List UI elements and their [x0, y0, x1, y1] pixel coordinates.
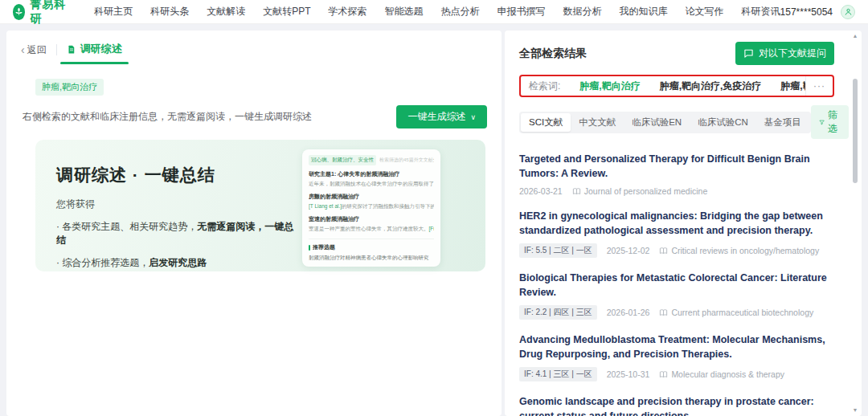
preview-topic1-title: 研究主题1: 心律失常的射频消融治疗	[309, 170, 434, 178]
nav-item-literature-reading[interactable]: 文献解读	[207, 5, 245, 18]
journal-icon	[659, 370, 668, 379]
tab-survey-label: 调研综述	[80, 42, 122, 56]
paper-journal-name: Journal of personalized medicine	[584, 186, 708, 196]
if-badge: IF: 2.2 | 四区 | 三区	[519, 305, 597, 320]
topbar-right: 157****5054	[780, 5, 855, 19]
paper-item: Biological Therapies for Metastatic Colo…	[519, 271, 834, 320]
search-term-active[interactable]: 肿瘤,靶向治疗	[579, 80, 640, 93]
tab-chinese-literature[interactable]: 中文文献	[571, 113, 624, 132]
paper-meta: IF: 2.2 | 四区 | 三区 2026-01-26 Current pha…	[519, 305, 834, 320]
paper-item: Genomic landscape and precision therapy …	[519, 395, 834, 416]
paper-meta: 2026-03-21 Journal of personalized medic…	[519, 186, 834, 196]
paper-journal: Current pharmaceutical biotechnology	[659, 308, 813, 317]
keyword-tag: 肿瘤,靶向治疗	[35, 79, 104, 96]
hint-text: 右侧检索的文献和临床注册信息，无需逐篇阅读，一键生成调研综述	[23, 110, 312, 124]
promo-bullet-2-bold: 启发研究思路	[149, 257, 207, 268]
paper-item: HER2 in gynecological malignancies: Brid…	[519, 210, 834, 258]
search-term-drug-resistance[interactable]: 肿瘤,靶向治疗,耐药机制	[780, 80, 805, 93]
preview-recommend-title-row: 推荐选题	[309, 243, 434, 251]
preview-recommend-section: 推荐选题 射频消融治疗对精神病患者心律失常的心理影响研究	[309, 239, 434, 262]
promo-bullet-2-normal: · 综合分析推荐选题，	[56, 257, 149, 268]
scrollbar-thumb[interactable]	[853, 79, 858, 183]
ask-literature-label: 对以下文献提问	[759, 47, 826, 60]
preview-topic3-title: 室速的射频消融治疗	[309, 215, 434, 223]
preview-topic1-text: 近年来，射频消融技术在心律失常治疗中的应用取得了显著进...	[309, 181, 434, 188]
paper-title[interactable]: Genomic landscape and precision therapy …	[519, 395, 834, 416]
scrollbar-track[interactable]	[852, 40, 858, 406]
paper-title[interactable]: Targeted and Personalized Therapy for Di…	[519, 153, 834, 181]
preview-topic3-citation: [Francesco...	[429, 226, 435, 231]
preview-tag-row: 冠心病、射频治疗、安全性 检索筛选的45篇外文文献分析总结	[309, 155, 434, 165]
survey-panel: ‹ 返回 调研综述 肿瘤,靶向治疗 右侧检索的文献和临床注册信息，无需逐篇阅读，…	[6, 31, 502, 416]
back-button[interactable]: ‹ 返回	[21, 43, 47, 57]
search-terms-box: 检索词: 肿瘤,靶向治疗 肿瘤,靶向治疗,免疫治疗 肿瘤,靶向治疗,耐药机制 肿…	[519, 75, 834, 97]
funnel-icon	[819, 118, 825, 127]
nav-item-smart-topics[interactable]: 智能选题	[385, 5, 424, 18]
logo-icon	[13, 4, 25, 20]
nav-item-home[interactable]: 科研主页	[94, 5, 133, 18]
chevron-down-icon: ∨	[470, 113, 476, 121]
search-terms-label: 检索词:	[529, 80, 560, 93]
nav-item-research-news[interactable]: 科研资讯	[742, 5, 780, 18]
paper-journal: Molecular diagnosis & therapy	[659, 369, 784, 379]
paper-journal: Journal of personalized medicine	[572, 186, 708, 196]
header-divider	[56, 44, 57, 55]
user-phone: 157****5054	[780, 6, 833, 18]
more-terms-button[interactable]: ···	[805, 76, 833, 96]
paper-journal-name: Molecular diagnosis & therapy	[671, 369, 784, 379]
scroll-down-icon[interactable]: ▼	[853, 406, 858, 414]
paper-date: 2025-10-31	[607, 369, 650, 379]
ask-literature-button[interactable]: 对以下文献提问	[735, 42, 834, 65]
search-term-immunotherapy[interactable]: 肿瘤,靶向治疗,免疫治疗	[660, 80, 762, 93]
user-avatar-icon[interactable]	[841, 5, 855, 19]
paper-title[interactable]: HER2 in gynecological malignancies: Brid…	[519, 210, 834, 238]
back-chevron-icon: ‹	[21, 44, 25, 55]
tab-sci-literature[interactable]: SCI文献	[521, 113, 571, 132]
if-badge: IF: 5.5 | 二区 | 一区	[519, 243, 597, 258]
preview-keyword-tag: 冠心病、射频治疗、安全性	[309, 155, 376, 165]
scroll-up-icon[interactable]: ▲	[853, 32, 858, 40]
preview-topic2-text: [T Liang et al.]的研究探讨了消融指数和接触力引导下的射频消...	[309, 203, 434, 210]
preview-topic3-text-body: 室速是一种严重的室性心律失常，其治疗难度较大。	[309, 226, 429, 231]
journal-icon	[572, 187, 581, 196]
nav-item-headlines[interactable]: 科研头条	[150, 5, 189, 18]
summary-preview-card: 冠心病、射频治疗、安全性 检索筛选的45篇外文文献分析总结 研究主题1: 心律失…	[302, 149, 440, 267]
main-content: ‹ 返回 调研综述 肿瘤,靶向治疗 右侧检索的文献和临床注册信息，无需逐篇阅读，…	[6, 31, 862, 416]
preview-topic2-text-body: 的研究探讨了消融指数和接触力引导下的射频消...	[342, 203, 434, 209]
paper-meta: IF: 5.5 | 二区 | 一区 2025-12-02 Critical re…	[519, 243, 834, 258]
result-type-tabs: SCI文献 中文文献 临床试验EN 临床试验CN 基金项目	[519, 112, 811, 133]
tab-clinical-trials-cn[interactable]: 临床试验CN	[690, 113, 756, 132]
filter-button[interactable]: 筛选	[811, 105, 849, 139]
logo-text: 菁易科研	[30, 0, 67, 27]
nav-item-academic-explore[interactable]: 学术探索	[329, 5, 367, 18]
top-nav: 菁易科研 科研主页 科研头条 文献解读 文献转PPT 学术探索 智能选题 热点分…	[0, 0, 868, 24]
results-scrollbar[interactable]: ▲ ▼	[850, 32, 860, 414]
nav-item-data-analysis[interactable]: 数据分析	[563, 5, 602, 18]
nav-item-literature-to-ppt[interactable]: 文献转PPT	[263, 5, 310, 18]
app-window: 菁易科研 科研主页 科研头条 文献解读 文献转PPT 学术探索 智能选题 热点分…	[0, 0, 868, 416]
promo-subtitle: 您将获得	[56, 198, 301, 211]
tab-active-underline	[60, 62, 129, 64]
tab-clinical-trials-en[interactable]: 临床试验EN	[624, 113, 690, 132]
paper-title[interactable]: Biological Therapies for Metastatic Colo…	[519, 271, 834, 300]
search-results-panel: 全部检索结果 对以下文献提问 检索词: 肿瘤,靶向治疗 肿瘤,靶向治疗,免疫治疗…	[505, 31, 862, 416]
paper-item: Targeted and Personalized Therapy for Di…	[519, 153, 834, 196]
nav-item-paper-writing[interactable]: 论文写作	[686, 5, 724, 18]
document-icon	[67, 44, 76, 55]
preview-note: 检索筛选的45篇外文文献分析总结	[379, 157, 434, 164]
nav-item-my-knowledge-base[interactable]: 我的知识库	[620, 5, 668, 18]
paper-journal-name: Critical reviews in oncology/hematology	[671, 246, 819, 255]
generate-summary-button[interactable]: 一键生成综述 ∨	[396, 105, 487, 128]
survey-panel-header: ‹ 返回 调研综述	[21, 42, 487, 58]
app-logo[interactable]: 菁易科研	[13, 0, 67, 27]
tab-funding-projects[interactable]: 基金项目	[756, 113, 809, 132]
results-title: 全部检索结果	[519, 47, 587, 61]
nav-item-hotspot-analysis[interactable]: 热点分析	[441, 5, 480, 18]
paper-title[interactable]: Advancing Medulloblastoma Treatment: Mol…	[519, 333, 834, 361]
tab-survey-summary[interactable]: 调研综述	[67, 42, 122, 58]
generate-summary-label: 一键生成综述	[407, 110, 465, 124]
nav-item-proposal-writing[interactable]: 申报书撰写	[497, 5, 546, 18]
nav-menu: 科研主页 科研头条 文献解读 文献转PPT 学术探索 智能选题 热点分析 申报书…	[94, 5, 780, 18]
promo-bullet-1: · 各类研究主题、相关研究趋势，无需逐篇阅读，一键总结	[56, 220, 301, 247]
promo-text-block: 调研综述 · 一键总结 您将获得 · 各类研究主题、相关研究趋势，无需逐篇阅读，…	[35, 140, 301, 270]
